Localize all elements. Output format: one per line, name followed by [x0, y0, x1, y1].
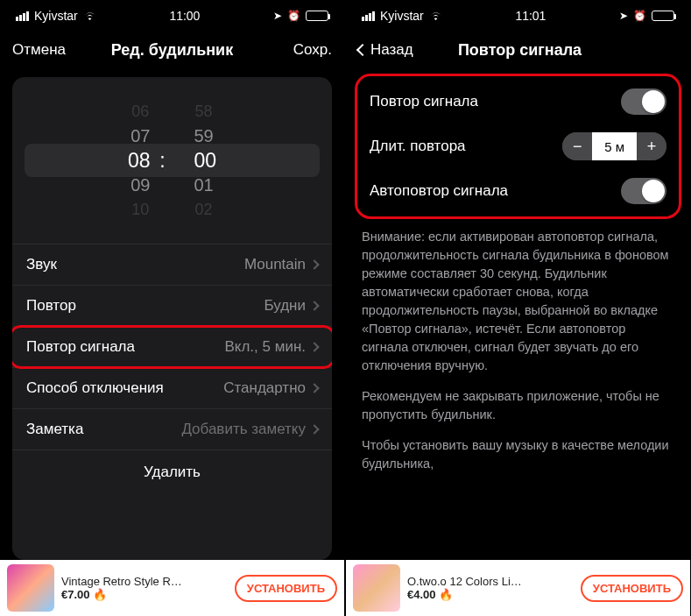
row-snooze[interactable]: Повтор сигнала Вкл., 5 мин.	[12, 326, 332, 367]
snooze-label: Повтор сигнала	[26, 338, 135, 356]
row-dismiss[interactable]: Способ отключения Стандартно	[12, 367, 332, 408]
chevron-right-icon	[309, 383, 319, 393]
ad-banner[interactable]: O.two.o 12 Colors Li… €4.00 🔥 УСТАНОВИТЬ	[346, 560, 690, 616]
snooze-label: Повтор сигнала	[370, 93, 478, 110]
ad-install-button[interactable]: УСТАНОВИТЬ	[235, 575, 337, 602]
row-note[interactable]: Заметка Добавить заметку	[12, 408, 332, 450]
battery-icon	[652, 11, 674, 21]
stepper-minus-button[interactable]: −	[562, 132, 592, 160]
picker-colon: :	[159, 149, 165, 173]
carrier-label: Kyivstar	[34, 9, 78, 23]
battery-icon	[306, 11, 328, 21]
alarm-icon: ⏰	[633, 10, 646, 22]
nav-bar: Назад Повтор сигнала	[346, 32, 690, 68]
picker-minutes[interactable]: 58 59 00 01 02	[194, 103, 214, 219]
nav-bar: Отмена Ред. будильник Сохр.	[0, 32, 344, 68]
chevron-right-icon	[309, 259, 319, 269]
note-label: Заметка	[26, 421, 83, 438]
carrier-label: Kyivstar	[380, 9, 424, 23]
ad-title: O.two.o 12 Colors Li…	[407, 575, 574, 588]
chevron-left-icon	[356, 44, 369, 56]
ad-banner[interactable]: Vintage Retro Style R… €7.00 🔥 УСТАНОВИТ…	[0, 560, 344, 616]
duration-label: Длит. повтора	[370, 138, 466, 155]
alarm-icon: ⏰	[287, 10, 300, 22]
stepper-plus-button[interactable]: +	[637, 132, 666, 160]
wifi-icon	[429, 11, 442, 21]
ad-title: Vintage Retro Style R…	[61, 575, 228, 588]
wifi-icon	[83, 11, 96, 21]
duration-stepper: − 5 м +	[562, 132, 666, 160]
time-label: 11:01	[515, 9, 546, 23]
location-icon: ➤	[619, 10, 628, 22]
ad-price: €4.00 🔥	[407, 588, 574, 601]
screen-edit-alarm: Kyivstar 11:00 ➤ ⏰ Отмена Ред. будильник…	[0, 0, 344, 616]
row-snooze-duration: Длит. повтора − 5 м +	[364, 124, 672, 169]
screen-snooze-settings: Kyivstar 11:01 ➤ ⏰ Назад Повтор сигнала …	[346, 0, 690, 616]
page-title: Ред. будильник	[74, 41, 271, 60]
picker-selected-row: 08 00	[25, 144, 320, 177]
row-repeat[interactable]: Повтор Будни	[12, 285, 332, 326]
auto-toggle[interactable]	[621, 178, 666, 204]
sound-label: Звук	[26, 256, 57, 273]
chevron-right-icon	[309, 342, 319, 351]
cancel-button[interactable]: Отмена	[12, 41, 74, 59]
row-sound[interactable]: Звук Mountain	[12, 244, 332, 285]
chevron-right-icon	[309, 424, 319, 434]
picker-hours[interactable]: 06 07 08 09 10	[130, 103, 150, 219]
signal-icon	[362, 11, 375, 21]
location-icon: ➤	[273, 10, 282, 22]
ad-install-button[interactable]: УСТАНОВИТЬ	[581, 575, 683, 602]
signal-icon	[16, 11, 29, 21]
alarm-card: 08 00 : 06 07 08 09 10 58 59 00 01 02 Зв…	[12, 77, 332, 560]
time-picker[interactable]: 08 00 : 06 07 08 09 10 58 59 00 01 02	[12, 86, 332, 235]
back-button[interactable]: Назад	[358, 41, 420, 59]
repeat-label: Повтор	[26, 297, 76, 315]
save-button[interactable]: Сохр.	[271, 41, 332, 59]
duration-value: 5 м	[592, 132, 637, 160]
info-text: Внимание: если активирован автоповтор си…	[346, 219, 690, 489]
dismiss-label: Способ отключения	[26, 379, 164, 397]
delete-button[interactable]: Удалить	[12, 450, 332, 494]
auto-label: Автоповтор сигнала	[370, 182, 508, 200]
status-bar: Kyivstar 11:01 ➤ ⏰	[346, 0, 690, 32]
chevron-right-icon	[309, 301, 319, 310]
ad-thumb	[353, 564, 400, 612]
ad-thumb	[7, 564, 54, 612]
page-title: Повтор сигнала	[420, 41, 617, 60]
snooze-panel: Повтор сигнала Длит. повтора − 5 м + Авт…	[355, 74, 681, 219]
ad-price: €7.00 🔥	[61, 588, 228, 601]
status-bar: Kyivstar 11:00 ➤ ⏰	[0, 0, 344, 32]
snooze-toggle[interactable]	[621, 89, 666, 115]
time-label: 11:00	[169, 9, 200, 23]
row-snooze-toggle: Повтор сигнала	[364, 80, 672, 124]
row-auto-snooze: Автоповтор сигнала	[364, 169, 672, 213]
